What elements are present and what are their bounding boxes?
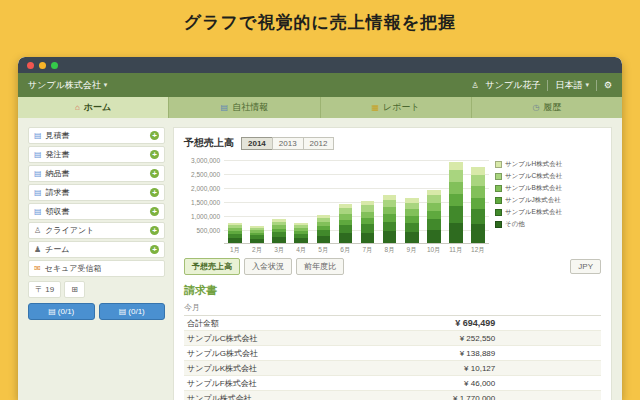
segment-サンプルB株式会社 xyxy=(449,182,463,194)
sidebar-item-receipts[interactable]: ▤領収書+ xyxy=(28,203,165,220)
add-purchase-orders-button[interactable]: + xyxy=(150,150,159,159)
bar-slot-5月 xyxy=(312,160,334,243)
mail-icon: ✉ xyxy=(34,264,41,273)
sidebar-button-docs-left[interactable]: ▤(0/1) xyxy=(28,303,95,320)
company-menu[interactable]: サンプル株式会社 ▾ xyxy=(28,79,107,92)
tab-label: レポート xyxy=(383,101,420,114)
settings-gear-icon[interactable]: ⚙ xyxy=(604,80,612,90)
invoice-amount: ¥ 138,889 xyxy=(413,349,495,358)
chevron-down-icon: ▾ xyxy=(104,81,108,89)
bar-slot-2月 xyxy=(246,160,268,243)
user-menu[interactable]: サンプル花子 xyxy=(486,79,541,92)
sidebar-button-label: (0/1) xyxy=(128,307,144,316)
sidebar-item-purchase-orders[interactable]: ▤発注書+ xyxy=(28,146,165,163)
page-title: グラフで視覚的に売上情報を把握 xyxy=(0,11,640,34)
bar-slot-9月 xyxy=(401,160,423,243)
zoom-window-button[interactable] xyxy=(51,62,58,69)
sidebar-item-team[interactable]: ♟チーム+ xyxy=(28,241,165,258)
add-estimates-button[interactable]: + xyxy=(150,131,159,140)
minimize-window-button[interactable] xyxy=(39,62,46,69)
x-axis-label: 8月 xyxy=(379,246,401,255)
tab-label: 自社情報 xyxy=(232,101,268,114)
sidebar-item-invoices[interactable]: ▤請求書+ xyxy=(28,184,165,201)
invoice-row[interactable]: サンプルG株式会社¥ 138,889 xyxy=(184,346,601,361)
legend-swatch xyxy=(495,185,502,192)
main-panel: 予想売上高 201420132012 1月2月3月4月5月6月7月8月9月10月… xyxy=(173,127,612,400)
x-axis-label: 6月 xyxy=(334,246,356,255)
sidebar-items: ▤見積書+▤発注書+▤納品書+▤請求書+▤領収書+♙クライアント+♟チーム+✉セ… xyxy=(28,127,165,277)
legend-label: サンプルH株式会社 xyxy=(505,160,562,169)
add-team-button[interactable]: + xyxy=(150,245,159,254)
x-axis-label: 4月 xyxy=(290,246,312,255)
legend-swatch xyxy=(495,197,502,204)
document-icon: ▤ xyxy=(34,188,42,197)
invoice-row[interactable]: サンプルK株式会社¥ 10,127 xyxy=(184,361,601,376)
sidebar-item-label: クライアント xyxy=(45,225,94,236)
bar-slot-4月 xyxy=(290,160,312,243)
segment-その他 xyxy=(383,231,397,243)
invoices-table: 合計金額¥ 694,499サンプルC株式会社¥ 252,550サンプルG株式会社… xyxy=(184,315,601,400)
tab-history[interactable]: ◷履歴 xyxy=(472,97,622,118)
y-axis-label: 2,500,000 xyxy=(184,171,220,178)
y-axis-label: 3,000,000 xyxy=(184,157,220,164)
segment-その他 xyxy=(228,238,242,243)
bar-11月 xyxy=(449,162,463,243)
add-delivery-notes-button[interactable]: + xyxy=(150,169,159,178)
invoice-client: サンプルC株式会社 xyxy=(187,333,413,344)
bar-slot-11月 xyxy=(445,160,467,243)
chart-tab-payments[interactable]: 入金状況 xyxy=(244,258,292,275)
tab-report[interactable]: ▦レポート xyxy=(321,97,472,118)
tab-home[interactable]: ⌂ホーム xyxy=(18,97,169,118)
invoice-row[interactable]: サンプル株式会社¥ 1,770,000 xyxy=(184,391,601,400)
language-menu[interactable]: 日本語 ▾ xyxy=(555,79,589,92)
add-clients-button[interactable]: + xyxy=(150,226,159,235)
segment-サンプルH株式会社 xyxy=(449,162,463,170)
segment-サンプルB株式会社 xyxy=(405,209,419,216)
invoice-row[interactable]: サンプルC株式会社¥ 252,550 xyxy=(184,331,601,346)
segment-サンプルB株式会社 xyxy=(383,207,397,214)
grid-view-icon[interactable]: ⊞ xyxy=(64,281,85,298)
sidebar-item-delivery-notes[interactable]: ▤納品書+ xyxy=(28,165,165,182)
bar-slot-7月 xyxy=(356,160,378,243)
bar-1月 xyxy=(228,223,242,243)
sidebar-item-clients[interactable]: ♙クライアント+ xyxy=(28,222,165,239)
bar-2月 xyxy=(250,226,264,243)
year-button-2014[interactable]: 2014 xyxy=(241,137,273,150)
report-icon: ▦ xyxy=(372,103,380,112)
year-button-2012[interactable]: 2012 xyxy=(303,137,335,150)
chart-tab-forecast[interactable]: 予想売上高 xyxy=(184,258,240,275)
sidebar-item-estimates[interactable]: ▤見積書+ xyxy=(28,127,165,144)
chart-x-labels: 1月2月3月4月5月6月7月8月9月10月11月12月 xyxy=(224,246,489,255)
chart-legend: サンプルH株式会社サンプルC株式会社サンプルB株式会社サンプルJ株式会社サンプル… xyxy=(495,160,601,232)
legend-item: その他 xyxy=(495,220,601,229)
invoice-row[interactable]: サンプルF株式会社¥ 46,000 xyxy=(184,376,601,391)
currency-button[interactable]: JPY xyxy=(570,259,601,274)
bar-slot-3月 xyxy=(268,160,290,243)
tab-label: 履歴 xyxy=(543,101,561,114)
year-button-2013[interactable]: 2013 xyxy=(272,137,304,150)
segment-サンプルJ株式会社 xyxy=(449,194,463,206)
legend-swatch xyxy=(495,209,502,216)
y-axis-label: 500,000 xyxy=(184,227,220,234)
legend-label: サンプルB株式会社 xyxy=(505,184,562,193)
sidebar: ▤見積書+▤発注書+▤納品書+▤請求書+▤領収書+♙クライアント+♟チーム+✉セ… xyxy=(28,127,165,320)
tab-company-info[interactable]: ▤自社情報 xyxy=(169,97,320,118)
user-icon: ♙ xyxy=(471,81,478,90)
close-window-button[interactable] xyxy=(27,62,34,69)
app-header: サンプル株式会社 ▾ ♙ サンプル花子 日本語 ▾ ⚙ xyxy=(18,73,622,97)
x-axis-label: 2月 xyxy=(246,246,268,255)
segment-サンプルJ株式会社 xyxy=(471,198,485,209)
legend-label: サンプルC株式会社 xyxy=(505,172,562,181)
x-axis-label: 1月 xyxy=(224,246,246,255)
add-invoices-button[interactable]: + xyxy=(150,188,159,197)
sidebar-footer: 〒 19 ⊞ xyxy=(28,281,165,298)
sidebar-button-docs-right[interactable]: ▤(0/1) xyxy=(99,303,166,320)
sidebar-item-secure-inbox[interactable]: ✉セキュア受信箱 xyxy=(28,260,165,277)
postal-badge[interactable]: 〒 19 xyxy=(28,281,61,298)
segment-その他 xyxy=(294,238,308,243)
chart-tab-yoy[interactable]: 前年度比 xyxy=(296,258,344,275)
bar-12月 xyxy=(471,167,485,243)
segment-サンプルE株式会社 xyxy=(449,206,463,222)
add-receipts-button[interactable]: + xyxy=(150,207,159,216)
document-icon: ▤ xyxy=(34,150,42,159)
